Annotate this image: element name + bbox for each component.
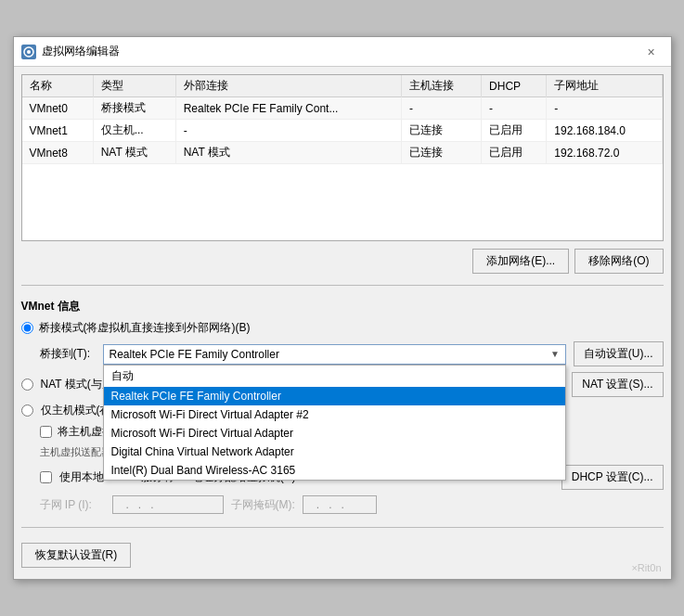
bridge-to-row: 桥接到(T): Realtek PCIe FE Family Controlle…: [21, 341, 664, 366]
dropdown-item[interactable]: Digital China Virtual Network Adapter: [104, 443, 565, 461]
watermark: ×Rit0n: [631, 562, 661, 573]
subnet-row: 子网 IP (I): 子网掩码(M):: [21, 495, 664, 514]
nat-settings-button[interactable]: NAT 设置(S)...: [572, 372, 663, 397]
subnet-mask-label: 子网掩码(M):: [231, 497, 295, 513]
dropdown-arrow-icon: ▼: [550, 349, 560, 359]
table-row[interactable]: VMnet8NAT 模式NAT 模式已连接已启用192.168.72.0: [22, 142, 663, 164]
bridge-to-label: 桥接到(T):: [40, 346, 96, 362]
restore-defaults-button[interactable]: 恢复默认设置(R): [21, 543, 132, 568]
bridge-mode-label: 桥接模式(将虚拟机直接连接到外部网络)(B): [39, 320, 251, 336]
network-table-container: 名称 类型 外部连接 主机连接 DHCP 子网地址 VMnet0桥接模式Real…: [21, 74, 664, 241]
remove-network-button[interactable]: 移除网络(O): [574, 249, 663, 274]
host-only-radio[interactable]: [21, 404, 33, 417]
bridge-dropdown-value: Realtek PCIe FE Family Controller: [110, 348, 543, 361]
bridge-dropdown-trigger[interactable]: Realtek PCIe FE Family Controller ▼: [103, 344, 566, 365]
bridge-dropdown-popup: 自动Realtek PCIe FE Family ControllerMicro…: [103, 365, 566, 481]
vmnet-info-section: VMnet 信息 桥接模式(将虚拟机直接连接到外部网络)(B) 桥接到(T): …: [21, 295, 664, 518]
network-table: 名称 类型 外部连接 主机连接 DHCP 子网地址 VMnet0桥接模式Real…: [22, 75, 663, 164]
table-row[interactable]: VMnet1仅主机...-已连接已启用192.168.184.0: [22, 120, 663, 142]
bottom-row: 恢复默认设置(R): [21, 537, 664, 571]
dhcp-checkbox[interactable]: [40, 471, 52, 483]
auto-settings-button[interactable]: 自动设置(U)...: [574, 341, 664, 366]
separator: [21, 285, 664, 286]
dropdown-item[interactable]: Realtek PCIe FE Family Controller: [104, 387, 565, 405]
col-dhcp: DHCP: [482, 75, 547, 97]
col-name: 名称: [22, 75, 94, 97]
col-type: 类型: [93, 75, 175, 97]
app-icon: [21, 45, 36, 59]
dropdown-item[interactable]: Microsoft Wi-Fi Direct Virtual Adapter #…: [104, 405, 565, 424]
nat-mode-radio[interactable]: [21, 379, 33, 391]
bridge-mode-row: 桥接模式(将虚拟机直接连接到外部网络)(B): [21, 320, 664, 336]
subnet-ip-input[interactable]: [112, 495, 224, 514]
dhcp-settings-button[interactable]: DHCP 设置(C)...: [561, 465, 664, 490]
window-title: 虚拟网络编辑器: [42, 44, 639, 59]
vmnet-info-title: VMnet 信息: [21, 299, 664, 314]
col-external: 外部连接: [175, 75, 401, 97]
subnet-mask-input[interactable]: [303, 495, 377, 514]
subnet-ip-label: 子网 IP (I):: [40, 497, 105, 513]
network-action-buttons: 添加网络(E)... 移除网络(O): [21, 247, 664, 276]
connect-host-checkbox[interactable]: [40, 426, 52, 438]
add-network-button[interactable]: 添加网络(E)...: [472, 249, 569, 274]
table-row[interactable]: VMnet0桥接模式Realtek PCIe FE Family Cont...…: [22, 97, 663, 120]
col-host: 主机连接: [402, 75, 482, 97]
dropdown-item[interactable]: Microsoft Wi-Fi Direct Virtual Adapter: [104, 424, 565, 443]
titlebar: 虚拟网络编辑器 ×: [14, 37, 671, 67]
bridge-dropdown-container: Realtek PCIe FE Family Controller ▼ 自动Re…: [103, 344, 566, 365]
dropdown-item[interactable]: 自动: [104, 366, 565, 387]
svg-point-1: [27, 50, 31, 54]
bottom-separator: [21, 527, 664, 528]
close-button[interactable]: ×: [639, 40, 664, 64]
dropdown-item[interactable]: Intel(R) Dual Band Wireless-AC 3165: [104, 461, 565, 480]
col-subnet: 子网地址: [547, 75, 662, 97]
bridge-mode-radio[interactable]: [21, 322, 33, 334]
